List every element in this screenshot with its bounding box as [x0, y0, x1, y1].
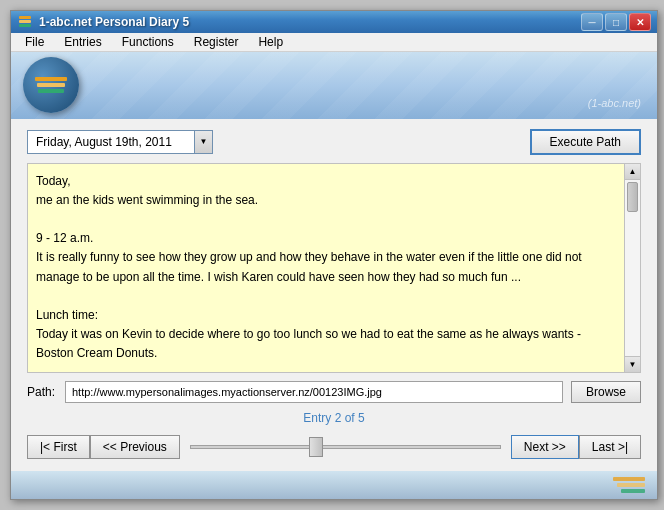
date-dropdown-button[interactable]: ▼ — [195, 130, 213, 154]
main-content: ▼ Execute Path Today, me an the kids wen… — [11, 119, 657, 471]
footer-book-1 — [613, 477, 645, 481]
svg-rect-1 — [19, 20, 31, 23]
footer-book-2 — [617, 483, 645, 487]
title-buttons: ─ □ ✕ — [581, 13, 651, 31]
path-label: Path: — [27, 385, 57, 399]
diary-line-6 — [36, 287, 616, 306]
nav-slider[interactable] — [190, 445, 501, 449]
next-button[interactable]: Next >> — [511, 435, 579, 459]
nav-slider-area — [180, 445, 511, 449]
menu-help[interactable]: Help — [248, 33, 293, 51]
close-button[interactable]: ✕ — [629, 13, 651, 31]
path-row: Path: Browse — [27, 381, 641, 403]
diary-line-2: me an the kids went swimming in the sea. — [36, 191, 616, 210]
diary-line-8: Today it was on Kevin to decide where to… — [36, 325, 616, 363]
menu-bar: File Entries Functions Register Help — [11, 33, 657, 52]
entry-counter: Entry 2 of 5 — [27, 411, 641, 425]
last-button[interactable]: Last >| — [579, 435, 641, 459]
execute-path-button[interactable]: Execute Path — [530, 129, 641, 155]
path-input[interactable] — [65, 381, 563, 403]
scroll-up-arrow[interactable]: ▲ — [625, 164, 640, 180]
menu-register[interactable]: Register — [184, 33, 249, 51]
first-button[interactable]: |< First — [27, 435, 90, 459]
diary-container: Today, me an the kids went swimming in t… — [27, 163, 641, 373]
scroll-track: ▲ ▼ — [624, 164, 640, 372]
date-selector: ▼ — [27, 130, 213, 154]
title-icon — [17, 14, 33, 30]
minimize-button[interactable]: ─ — [581, 13, 603, 31]
browse-button[interactable]: Browse — [571, 381, 641, 403]
svg-rect-2 — [19, 24, 31, 27]
main-window: 1-abc.net Personal Diary 5 ─ □ ✕ File En… — [10, 10, 658, 500]
svg-rect-0 — [19, 16, 31, 19]
logo-stack — [35, 77, 67, 93]
scroll-down-arrow[interactable]: ▼ — [625, 356, 640, 372]
logo — [23, 57, 79, 113]
diary-line-4: 9 - 12 a.m. — [36, 229, 616, 248]
logo-book-2 — [37, 83, 65, 87]
previous-button[interactable]: << Previous — [90, 435, 180, 459]
footer-area — [11, 471, 657, 499]
menu-functions[interactable]: Functions — [112, 33, 184, 51]
title-bar: 1-abc.net Personal Diary 5 ─ □ ✕ — [11, 11, 657, 33]
diary-line-3 — [36, 210, 616, 229]
footer-logo — [613, 477, 645, 493]
window-title: 1-abc.net Personal Diary 5 — [39, 15, 189, 29]
logo-book-1 — [35, 77, 67, 81]
header-area: (1-abc.net) — [11, 52, 657, 119]
diary-line-7: Lunch time: — [36, 306, 616, 325]
menu-entries[interactable]: Entries — [54, 33, 111, 51]
header-brand: (1-abc.net) — [588, 97, 641, 109]
diary-line-5: It is really funny to see how they grow … — [36, 248, 616, 286]
nav-row: |< First << Previous Next >> Last >| — [27, 433, 641, 461]
maximize-button[interactable]: □ — [605, 13, 627, 31]
date-input[interactable] — [27, 130, 195, 154]
diary-line-1: Today, — [36, 172, 616, 191]
menu-file[interactable]: File — [15, 33, 54, 51]
logo-book-3 — [38, 89, 64, 93]
date-row: ▼ Execute Path — [27, 129, 641, 155]
title-bar-left: 1-abc.net Personal Diary 5 — [17, 14, 189, 30]
footer-book-3 — [621, 489, 645, 493]
diary-text-area[interactable]: Today, me an the kids went swimming in t… — [28, 164, 640, 372]
scroll-thumb[interactable] — [627, 182, 638, 212]
